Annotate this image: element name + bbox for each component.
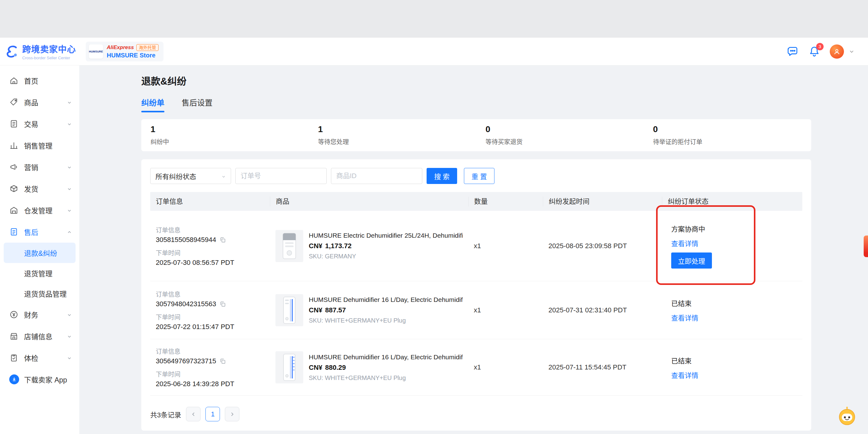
quantity-cell: x1 — [468, 235, 543, 257]
handle-now-button[interactable]: 立即处理 — [671, 253, 712, 268]
chevron-up-icon — [66, 229, 72, 235]
store-switcher[interactable]: HUMSURE AliExpress 海外托管 HUMSURE Store — [86, 42, 163, 61]
order-number-input[interactable] — [235, 168, 327, 184]
sidebar-item-label: 交易 — [24, 118, 38, 129]
record-count: 共3条记录 — [150, 409, 181, 419]
product-sku: SKU: WHITE+GERMANY+EU Plug — [309, 374, 463, 381]
notifications-bell-icon[interactable]: 3 — [808, 46, 820, 58]
home-icon — [9, 76, 19, 85]
sidebar-item-orders[interactable]: 交易 — [0, 113, 79, 135]
order-time-label: 下单时间 — [156, 248, 265, 257]
megaphone-icon — [9, 162, 19, 172]
sidebar-item-marketing[interactable]: 营销 — [0, 156, 79, 178]
stat-awaiting-you[interactable]: 1 等待您处理 — [309, 124, 476, 146]
store-name: HUMSURE Store — [107, 52, 159, 59]
sidebar-item-label: 退货管理 — [24, 268, 53, 279]
sidebar-item-health-check[interactable]: 体检 — [0, 347, 79, 369]
price-amount: 887.57 — [325, 306, 346, 314]
order-info-cell: 订单信息 3057948042315563 下单时间 2025-07-22 01… — [150, 282, 270, 338]
account-caret-icon[interactable] — [849, 49, 855, 54]
dispute-status: 已结束 — [671, 355, 691, 365]
dispute-status-select-value: 所有纠纷状态 — [155, 171, 196, 181]
order-info-cell: 订单信息 3058155058945944 下单时间 2025-07-30 08… — [150, 218, 270, 274]
table-row: 订单信息 3056497697323715 下单时间 2025-06-28 14… — [150, 339, 802, 396]
order-id: 3058155058945944 — [156, 236, 216, 244]
sidebar-item-label: 下载卖家 App — [24, 374, 67, 385]
page-1-button[interactable]: 1 — [206, 407, 220, 421]
product-image — [275, 294, 303, 326]
stat-in-dispute[interactable]: 1 纠纷中 — [141, 124, 309, 146]
app-logo[interactable]: 跨境卖家中心 Cross-border Seller Center — [5, 42, 79, 60]
sidebar-item-home[interactable]: 首页 — [0, 70, 79, 91]
order-info-cell: 订单信息 3056497697323715 下单时间 2025-06-28 14… — [150, 339, 270, 396]
sidebar-item-label: 首页 — [24, 75, 38, 86]
copy-icon[interactable] — [219, 236, 226, 243]
dispute-stats-card: 1 纠纷中 1 等待您处理 0 等待买家退货 0 待举证的拒付订单 — [141, 119, 811, 151]
sidebar-item-returned-goods-management[interactable]: 退货货品管理 — [4, 283, 75, 304]
channel-badge: 海外托管 — [136, 44, 159, 51]
account-avatar[interactable] — [830, 45, 844, 59]
sidebar-item-sales-management[interactable]: 销售管理 — [0, 135, 79, 156]
product-title: HUMSURE Dehumidifier 16 L/Day, Electric … — [309, 296, 463, 303]
pagination: 共3条记录 1 — [150, 407, 802, 421]
sidebar-item-warehouse[interactable]: 仓发管理 — [0, 199, 79, 221]
dispute-status-cell: 已结束 查看详情 — [662, 290, 802, 330]
order-time-label: 下单时间 — [156, 312, 265, 321]
search-button[interactable]: 搜 索 — [427, 168, 457, 184]
reset-button[interactable]: 重 置 — [464, 168, 494, 184]
sidebar-item-store-info[interactable]: 店铺信息 — [0, 325, 79, 347]
chevron-down-icon — [66, 164, 72, 170]
view-details-link[interactable]: 查看详情 — [671, 238, 699, 248]
sidebar-item-shipping[interactable]: 发货 — [0, 178, 79, 199]
order-time: 2025-07-30 08:56:57 PDT — [156, 259, 265, 267]
chevron-down-icon — [66, 207, 72, 213]
stat-value: 1 — [151, 124, 309, 134]
product-title: HUMSURE Electric Dehumidifier 25L/24H, D… — [309, 232, 463, 239]
sidebar-item-refunds-disputes[interactable]: 退款&纠纷 — [4, 242, 75, 263]
chevron-down-icon — [66, 333, 72, 339]
logo-swoosh-icon — [5, 45, 19, 58]
edge-scroll-marker — [864, 235, 868, 257]
tab-dispute-orders[interactable]: 纠纷单 — [141, 97, 164, 112]
stat-value: 0 — [653, 124, 811, 134]
view-details-link[interactable]: 查看详情 — [671, 312, 699, 322]
stat-label: 纠纷中 — [151, 137, 309, 146]
warehouse-icon — [9, 206, 19, 215]
order-id: 3056497697323715 — [156, 357, 216, 365]
desktop-background-strip — [0, 0, 868, 38]
sidebar-item-download-app[interactable]: 下载卖家 App — [0, 369, 79, 390]
stat-chargeback-evidence[interactable]: 0 待举证的拒付订单 — [644, 124, 811, 146]
document-icon — [9, 119, 19, 128]
prev-page-button[interactable] — [186, 407, 200, 421]
logo-text: 跨境卖家中心 Cross-border Seller Center — [22, 42, 76, 60]
copy-icon[interactable] — [219, 358, 226, 365]
sidebar-item-label: 店铺信息 — [24, 331, 53, 341]
sidebar-item-returns-management[interactable]: 退货管理 — [4, 263, 75, 283]
product-id-input[interactable] — [331, 168, 422, 184]
stat-awaiting-buyer-return[interactable]: 0 等待买家退货 — [476, 124, 644, 146]
messages-icon[interactable] — [786, 46, 799, 58]
stat-value: 0 — [486, 124, 644, 134]
sidebar-item-label: 售后 — [24, 227, 38, 237]
table-row: 订单信息 3057948042315563 下单时间 2025-07-22 01… — [150, 281, 802, 339]
sidebar-item-products[interactable]: 商品 — [0, 91, 79, 113]
chevron-down-icon — [66, 99, 72, 105]
table-header: 订单信息 商品 数量 纠纷发起时间 纠纷订单状态 — [150, 192, 802, 211]
next-page-button[interactable] — [225, 407, 239, 421]
screen: 跨境卖家中心 Cross-border Seller Center HUMSUR… — [0, 0, 868, 434]
copy-icon[interactable] — [219, 301, 226, 308]
stat-value: 1 — [318, 124, 476, 134]
table-row: 订单信息 3058155058945944 下单时间 2025-07-30 08… — [150, 211, 802, 281]
tab-aftersales-settings[interactable]: 售后设置 — [182, 97, 213, 112]
chevron-down-icon — [66, 121, 72, 127]
dispute-status-select[interactable]: 所有纠纷状态 — [150, 168, 231, 184]
assistant-robot-icon[interactable] — [837, 406, 857, 426]
sidebar-item-finance[interactable]: 财务 — [0, 304, 79, 325]
view-details-link[interactable]: 查看详情 — [671, 370, 699, 380]
clipboard-check-icon — [9, 353, 19, 363]
chevron-down-icon — [66, 185, 72, 192]
sidebar-item-label: 商品 — [24, 97, 38, 108]
dispute-status-cell: 方案协商中 查看详情 立即处理 — [662, 216, 802, 276]
product-image — [275, 230, 303, 262]
sidebar-item-aftersales[interactable]: 售后 — [0, 221, 79, 242]
